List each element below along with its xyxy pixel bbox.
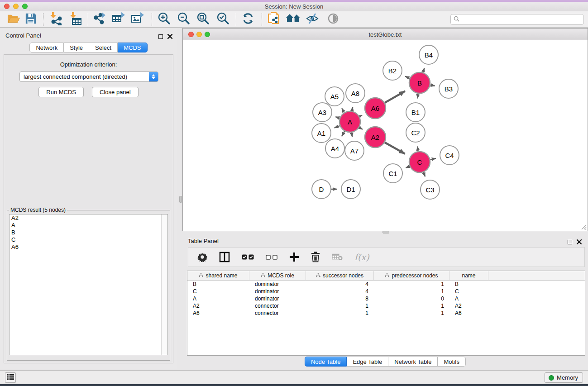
table-cell[interactable]: C [187,288,249,295]
column-view-icon[interactable] [219,250,230,264]
edge-A2-C[interactable] [385,143,405,154]
table-cell[interactable]: 1 [306,302,374,310]
open-session-button[interactable] [5,12,23,27]
column-header-predecessor-nodes[interactable]: predecessor nodes [374,271,449,280]
table-cell[interactable]: B [187,281,249,288]
edge-B-B1[interactable] [417,94,418,99]
search-input[interactable] [461,16,581,23]
tab-motifs[interactable]: Motifs [438,357,466,367]
mcds-result-item[interactable]: A [10,222,167,229]
edge-C-C1[interactable] [406,166,410,168]
table-cell[interactable]: 0 [374,295,449,302]
mcds-result-list[interactable]: A2ABCA6 [9,214,168,355]
search-field[interactable] [450,14,584,25]
home-button[interactable] [284,12,302,27]
duplicate-network-button[interactable] [265,12,283,27]
zoom-out-button[interactable] [174,12,192,27]
table-row[interactable]: Bdominator41B [187,281,585,288]
edge-C-C4[interactable] [430,158,435,160]
run-mcds-button[interactable]: Run MCDS [38,87,84,97]
network-window-titlebar[interactable]: testGlobe.txt [183,29,588,40]
table-cell[interactable]: B [449,281,488,288]
column-header-shared-name[interactable]: shared name [187,271,249,280]
mcds-result-item[interactable]: A6 [10,243,167,251]
network-canvas[interactable]: B4B2BB3A5A8A6B1A3AA1C2A2A4A7CC4C1C3DD1 [183,40,588,231]
vertical-splitter-handle[interactable] [179,196,182,203]
table-cell[interactable]: 4 [306,281,374,288]
edge-A-A2[interactable] [359,127,363,129]
column-header-MCDS-role[interactable]: MCDS role [249,271,306,280]
table-cell[interactable]: 1 [306,310,374,317]
mcds-result-item[interactable]: A2 [10,214,167,222]
resize-grip[interactable] [580,224,587,230]
edge-A-A1[interactable] [335,126,340,128]
close-panel-icon[interactable] [167,33,172,41]
mcds-result-item[interactable]: B [10,229,167,236]
tab-mcds[interactable]: MCDS [118,43,147,52]
deselect-all-icon[interactable] [266,250,277,264]
function-builder-icon[interactable]: f(x) [354,250,369,264]
edge-A-A3[interactable] [335,117,339,118]
task-history-button[interactable] [5,372,16,383]
table-row[interactable]: Cdominator41C [187,288,585,295]
horizontal-splitter-handle[interactable] [382,231,389,234]
table-cell[interactable]: A2 [449,302,488,310]
memory-button[interactable]: Memory [545,372,583,383]
table-cell[interactable]: A6 [187,310,249,317]
table-cell[interactable]: 1 [374,288,449,295]
close-panel-button[interactable]: Close panel [92,87,139,97]
edge-C-C2[interactable] [417,147,418,152]
zoom-in-button[interactable] [155,12,173,27]
table-cell[interactable]: A6 [449,310,488,317]
tab-network[interactable]: Network [29,43,64,52]
table-cell[interactable]: C [449,288,488,295]
close-panel-icon[interactable] [577,238,582,246]
table-cell[interactable]: 1 [374,310,449,317]
tab-network-table[interactable]: Network Table [388,357,438,367]
network-graph[interactable]: B4B2BB3A5A8A6B1A3AA1C2A2A4A7CC4C1C3DD1 [183,40,588,231]
column-header-name[interactable]: name [449,271,488,280]
table-cell[interactable]: connector [249,302,306,310]
delete-table-icon[interactable] [332,250,343,264]
edge-A-A4[interactable] [342,131,344,136]
tab-node-table[interactable]: Node Table [305,357,347,367]
edge-B-B3[interactable] [430,85,435,86]
edge-A6-B[interactable] [385,91,405,103]
table-cell[interactable]: dominator [249,295,306,302]
save-session-button[interactable] [22,12,40,27]
import-table-button[interactable] [66,12,84,27]
table-row[interactable]: A6connector11A6 [187,310,585,317]
table-cell[interactable]: 8 [306,295,374,302]
apply-layout-button[interactable] [239,12,257,27]
add-column-icon[interactable] [289,250,299,264]
float-panel-icon[interactable] [158,34,163,39]
export-table-button[interactable] [110,12,128,27]
tab-style[interactable]: Style [64,43,89,52]
export-network-button[interactable] [91,12,109,27]
edge-A-A6[interactable] [359,115,362,117]
table-cell[interactable]: connector [249,310,306,317]
edge-A-A7[interactable] [352,133,353,137]
float-panel-icon[interactable] [568,240,572,244]
export-image-button[interactable] [129,12,147,27]
table-cell[interactable]: 1 [374,281,449,288]
table-cell[interactable]: A2 [187,302,249,310]
table-cell[interactable]: A [187,295,249,302]
gear-icon[interactable] [197,250,207,264]
select-all-icon[interactable] [242,250,254,264]
scrollbar-track[interactable] [161,214,167,355]
table-cell[interactable]: dominator [249,281,306,288]
table-cell[interactable]: A [449,295,488,302]
import-network-button[interactable] [46,12,64,27]
zoom-fit-button[interactable] [194,12,212,27]
criterion-select[interactable]: largest connected component (directed) [19,71,158,82]
zoom-selected-button[interactable] [214,12,232,27]
edge-B-B2[interactable] [405,76,410,78]
table-row[interactable]: A2connector11A2 [187,302,585,310]
mcds-result-item[interactable]: C [10,236,167,243]
edge-A-A5[interactable] [342,108,344,112]
table-cell[interactable]: dominator [249,288,306,295]
hide-graphics-details-button[interactable] [303,12,321,27]
show-graphics-details-button[interactable] [324,12,342,27]
table-cell[interactable]: 1 [374,302,449,310]
